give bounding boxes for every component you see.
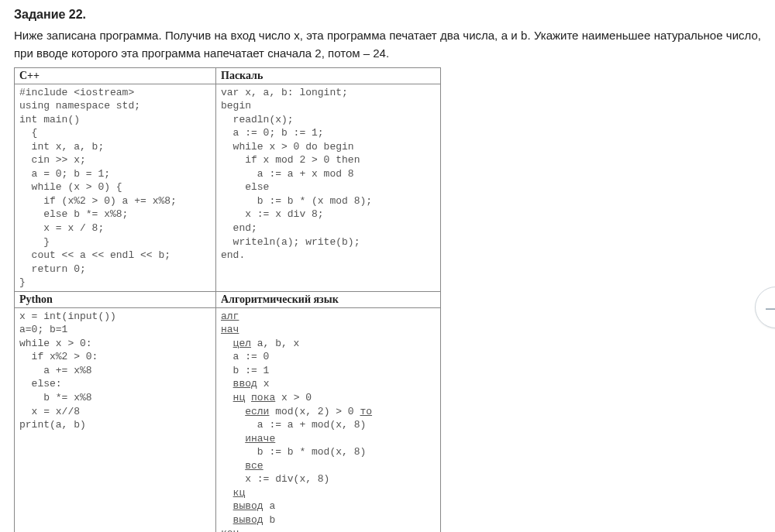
code-table: С++ Паскаль #include <iostream> using na… (14, 67, 441, 533)
lang-header-pascal: Паскаль (216, 67, 441, 84)
lang-header-python: Python (15, 291, 216, 307)
lang-header-cpp: С++ (15, 67, 216, 84)
code-pascal: var x, a, b: longint; begin readln(x); a… (216, 84, 441, 291)
lang-header-algo: Алгоритмический язык (216, 291, 441, 307)
document-page: Задание 22. Ниже записана программа. Пол… (0, 0, 775, 532)
code-algo: алг нач цел a, b, x a := 0 b := 1 ввод x… (216, 307, 441, 532)
task-description: Ниже записана программа. Получив на вход… (14, 26, 761, 63)
code-cpp: #include <iostream> using namespace std;… (15, 84, 216, 291)
side-bubble-glyph: — (766, 296, 775, 320)
task-heading: Задание 22. (14, 8, 761, 22)
code-python: x = int(input()) a=0; b=1 while x > 0: i… (15, 307, 216, 532)
